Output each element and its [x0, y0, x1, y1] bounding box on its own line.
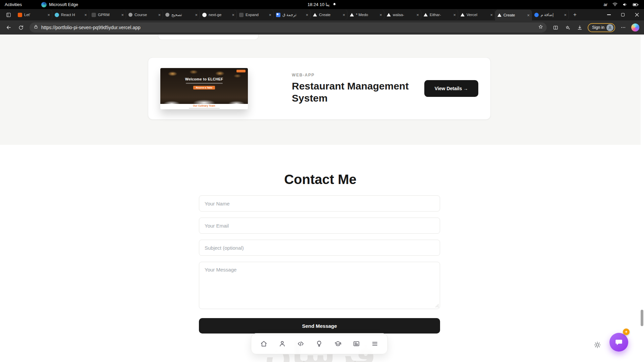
window-close-button[interactable] — [630, 9, 644, 20]
refresh-button[interactable] — [15, 22, 26, 33]
browser-tab[interactable]: تصحيح × — [163, 10, 200, 20]
tab-close-icon[interactable]: × — [269, 13, 271, 17]
tab-close-icon[interactable]: × — [158, 13, 161, 17]
tab-favicon — [55, 13, 59, 17]
name-input[interactable] — [199, 195, 440, 212]
volume-icon[interactable] — [623, 2, 628, 7]
settings-menu-button[interactable] — [618, 22, 629, 33]
tab-favicon — [497, 13, 501, 17]
tab-label: Create — [319, 13, 340, 17]
browser-tab[interactable]: walaa- × — [384, 10, 421, 20]
tab-close-icon[interactable]: × — [453, 13, 456, 17]
tab-label: next-ge — [209, 13, 230, 17]
battery-icon[interactable] — [633, 3, 639, 7]
keyboard-layout-indicator[interactable]: ar — [603, 2, 607, 7]
sign-in-button[interactable]: Sign in — [588, 23, 615, 32]
tab-label: walaa- — [393, 13, 414, 17]
browser-tab[interactable]: Vercel × — [458, 10, 495, 20]
refresh-icon — [18, 25, 24, 31]
tab-close-icon[interactable]: × — [195, 13, 198, 17]
browser-tab[interactable]: إضافة م × — [532, 10, 569, 20]
tab-label: Create — [503, 13, 525, 17]
browser-tab[interactable]: Eithar- × — [421, 10, 458, 20]
browser-tab[interactable]: Course × — [126, 10, 163, 20]
browser-tab[interactable]: React H × — [52, 10, 89, 20]
theme-toggle-button[interactable] — [592, 339, 603, 351]
back-button[interactable] — [3, 22, 14, 33]
tab-close-icon[interactable]: × — [306, 13, 308, 17]
contact-form: Send Message — [199, 195, 440, 334]
browser-tab[interactable]: GPRM × — [89, 10, 126, 20]
tab-label: إضافة م — [541, 12, 562, 17]
tab-close-icon[interactable]: × — [342, 13, 345, 17]
dock-projects-button[interactable] — [297, 340, 305, 348]
split-screen-button[interactable] — [550, 22, 561, 33]
browser-tab[interactable]: Create × — [311, 10, 347, 20]
home-icon — [260, 340, 268, 348]
tab-close-icon[interactable]: × — [379, 13, 382, 17]
maximize-icon — [621, 13, 625, 16]
window-maximize-button[interactable] — [616, 9, 630, 20]
browser-tab[interactable]: * Medo × — [347, 10, 384, 20]
previous-project-card-edge[interactable] — [158, 35, 259, 40]
browser-tab[interactable]: next-ge × — [200, 10, 237, 20]
tab-favicon — [387, 13, 391, 16]
dock-home-button[interactable] — [259, 340, 268, 348]
address-bar[interactable]: https://portfolio-pi-seven-pq99d5ydur.ve… — [30, 22, 547, 33]
email-input[interactable] — [199, 218, 440, 234]
tab-favicon — [239, 13, 244, 17]
wifi-icon[interactable] — [612, 2, 618, 7]
copilot-button[interactable] — [631, 23, 639, 32]
tab-favicon — [92, 13, 96, 17]
tab-close-icon[interactable]: × — [121, 13, 124, 17]
chat-sparkle-badge — [623, 328, 630, 335]
favorite-star-icon[interactable] — [538, 24, 543, 31]
dock-about-button[interactable] — [278, 340, 286, 348]
browser-tab[interactable]: Let' × — [15, 10, 52, 20]
clock-button[interactable]: 18:24 10 ينا — [308, 2, 337, 7]
browser-tab-active[interactable]: Create × — [495, 10, 532, 20]
downloads-button[interactable] — [574, 22, 585, 33]
browser-tab[interactable]: ترجمة ق × — [274, 10, 311, 20]
favorites-button[interactable] — [562, 22, 573, 33]
tab-close-icon[interactable]: × — [84, 13, 87, 17]
user-icon — [278, 340, 286, 348]
dock-skills-button[interactable] — [315, 340, 324, 348]
system-top-bar: Activities Microsoft Edge 18:24 10 ينا a… — [0, 0, 644, 9]
tab-label: Expand — [246, 13, 267, 17]
dock-menu-button[interactable] — [371, 340, 379, 348]
send-message-button[interactable]: Send Message — [199, 318, 440, 334]
thumbnail-nav-button — [236, 70, 246, 72]
tab-close-icon[interactable]: × — [47, 13, 50, 17]
subject-input[interactable] — [199, 240, 440, 256]
tab-label: React H — [61, 13, 82, 17]
tab-close-icon[interactable]: × — [232, 13, 234, 17]
minimize-icon — [607, 14, 611, 15]
tab-close-icon[interactable]: × — [490, 13, 493, 17]
window-minimize-button[interactable] — [602, 9, 616, 20]
view-details-button[interactable]: View Details → — [424, 80, 478, 97]
person-icon — [607, 25, 612, 30]
browser-tab[interactable]: Expand × — [237, 10, 274, 20]
dock-certificates-button[interactable] — [352, 340, 361, 348]
new-tab-button[interactable]: + — [570, 10, 580, 19]
close-icon — [635, 13, 639, 17]
tab-close-icon[interactable]: × — [564, 13, 567, 17]
tab-close-icon[interactable]: × — [527, 13, 530, 17]
thumbnail-subtitle-line — [186, 83, 223, 84]
message-textarea[interactable] — [199, 262, 440, 309]
split-screen-icon — [553, 25, 558, 31]
thumbnail-strip-subtext-line — [189, 108, 220, 109]
page-scrollbar-thumb[interactable] — [641, 310, 643, 326]
tab-label: Course — [135, 13, 156, 17]
focused-app-title: Microsoft Edge — [41, 2, 78, 7]
certificate-icon — [353, 340, 360, 348]
chat-widget-button[interactable] — [609, 333, 628, 352]
tab-close-icon[interactable]: × — [416, 13, 419, 17]
back-arrow-icon — [6, 24, 12, 31]
tab-actions-menu-button[interactable] — [3, 10, 13, 19]
tab-favicon — [350, 13, 354, 16]
dock-education-button[interactable] — [333, 340, 342, 348]
site-permissions-lock-icon[interactable] — [34, 24, 38, 31]
activities-button[interactable]: Activities — [5, 2, 22, 7]
